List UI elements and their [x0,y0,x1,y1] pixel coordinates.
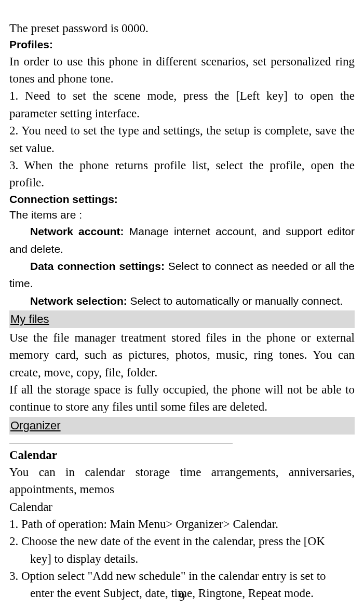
profiles-heading: Profiles: [9,37,355,52]
profiles-intro: In order to use this phone in different … [9,53,355,88]
profiles-step-3: 3. When the phone returns profile list, … [9,157,355,192]
my-files-section-header: My files [9,310,355,328]
calendar-step-3-line-1: 3. Option select "Add new schedule" in t… [9,567,355,585]
network-account-item: Network account: Manage internet account… [9,223,355,257]
connection-items-intro: The items are : [9,207,355,223]
calendar-intro: You can in calendar storage time arrange… [9,464,355,498]
my-files-paragraph-2: If all the storage space is fully occupi… [9,381,355,416]
calendar-step-2-line-1: 2. Choose the new date of the event in t… [9,533,355,550]
preset-password-text: The preset password is 0000. [9,20,355,37]
profiles-step-2: 2. You need to set the type and settings… [9,122,355,157]
calendar-step-1: 1. Path of operation: Main Menu> Organiz… [9,516,355,533]
connection-settings-heading: Connection settings: [9,192,355,207]
divider-line [9,443,233,443]
calendar-heading: Calendar [9,446,355,464]
calendar-step-2-line-2: key] to display details. [9,550,355,567]
network-selection-text: Select to automatically or manually conn… [130,295,343,307]
my-files-paragraph-1: Use the file manager treatment stored fi… [9,329,355,381]
data-connection-label: Data connection settings: [30,260,168,272]
network-selection-label: Network selection: [30,295,130,307]
network-selection-item: Network selection: Select to automatical… [9,292,355,309]
data-connection-item: Data connection settings: Select to conn… [9,257,355,292]
organizer-section-header: Organizer [9,417,355,435]
page-number: 9 [0,590,364,604]
network-account-label: Network account: [30,225,129,237]
profiles-step-1: 1. Need to set the scene mode, press the… [9,87,355,122]
calendar-subheading: Calendar [9,498,355,516]
